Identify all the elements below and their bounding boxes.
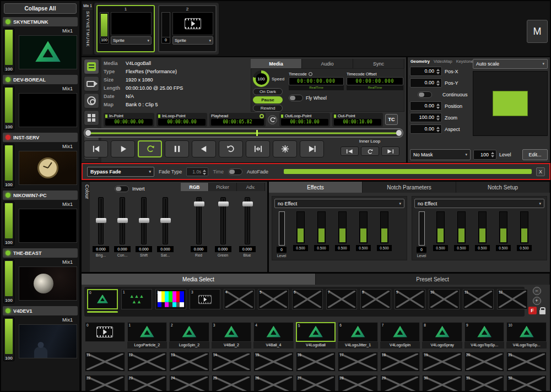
tc-button[interactable]: TC — [385, 114, 398, 125]
master-button[interactable]: M — [527, 20, 548, 43]
machine-entry[interactable]: THE-BEAST 100 Mix1 — [3, 248, 78, 303]
stepper-arrows-icon[interactable] — [202, 169, 207, 176]
clip-thumbnail[interactable]: 25 — [212, 375, 252, 391]
in-point[interactable]: In-Point 00:00:00.00 — [104, 113, 154, 127]
clip-thumbnail[interactable]: 7 — [380, 322, 420, 342]
rgb-slider[interactable]: 0.000 Red — [191, 197, 207, 257]
outloop-point[interactable]: OutLoop-Point 00:00:10.00 — [279, 113, 330, 127]
clip-thumbnail[interactable]: 2 — [169, 322, 209, 342]
media-clip[interactable]: 10 V4LogoTopSp... — [506, 322, 547, 349]
geometry-tab[interactable]: Keystone — [456, 59, 473, 64]
mix-preview-thumbnail[interactable] — [19, 209, 77, 243]
random-frame-button[interactable] — [273, 140, 297, 157]
rgb-tab[interactable]: RGB — [181, 183, 209, 191]
mask-level-stepper[interactable]: 100 — [473, 150, 496, 160]
effect-param-fader[interactable]: 0.500 — [314, 211, 329, 251]
clip-thumbnail[interactable]: 18 — [380, 352, 420, 372]
effects-tab[interactable]: Effects — [269, 182, 363, 193]
stepper-arrows-icon[interactable] — [436, 80, 440, 86]
effect-level-fader[interactable]: 0 Level — [274, 211, 289, 258]
slider-thumb[interactable] — [160, 218, 171, 223]
mask-edit-button[interactable]: Edit... — [522, 149, 548, 160]
machine-header[interactable]: DEV-BOREAL — [3, 75, 78, 84]
inner-loop-start-button[interactable] — [341, 146, 359, 156]
clip-thumbnail[interactable]: 9 — [464, 322, 505, 342]
pause-button[interactable] — [165, 140, 189, 157]
media-clip[interactable]: 6 V4LogoJitter_1 — [338, 322, 378, 349]
clip-thumbnail[interactable]: 23 — [127, 375, 168, 391]
machine-entry[interactable]: V4DEV1 100 Mix1 — [3, 306, 78, 361]
stepper-arrows-icon[interactable] — [436, 68, 440, 75]
play-button[interactable] — [111, 140, 135, 157]
playhead[interactable]: Playhead 00:00:05.82 — [209, 113, 266, 127]
fade-time-stepper[interactable]: 1.0s — [186, 167, 208, 176]
clip-thumbnail[interactable]: 12 — [127, 352, 168, 372]
invert-toggle[interactable] — [115, 186, 129, 192]
clip-thumbnail[interactable]: 1 — [127, 322, 168, 342]
clip-thumbnail[interactable]: 17 — [338, 352, 378, 372]
lock-icon[interactable] — [539, 310, 545, 314]
mask-select[interactable]: No Mask▾ — [410, 149, 471, 160]
media-clip[interactable]: 11 — [85, 352, 125, 372]
effect-select[interactable]: no Effect▾ — [274, 199, 404, 208]
collapse-all-button[interactable]: Collapse All — [4, 3, 77, 14]
machine-header[interactable]: SKYNETMUNK — [3, 17, 78, 26]
playback-tab[interactable]: Audio — [302, 59, 353, 68]
media-clip[interactable]: 32 — [506, 375, 547, 391]
effect-param-fader[interactable]: 0.500 — [475, 211, 490, 251]
media-select-tab[interactable]: Media Select — [82, 274, 316, 285]
media-clip[interactable]: 24 — [169, 375, 209, 391]
mix-level-fader[interactable]: 100 — [3, 86, 14, 130]
reset-points-button[interactable] — [268, 115, 277, 124]
layer-preview[interactable] — [172, 12, 213, 35]
media-select-tab[interactable]: Preset Select — [316, 274, 550, 285]
effects-tab[interactable]: Notch Parameters — [363, 182, 456, 193]
flywheel-toggle[interactable] — [289, 95, 303, 101]
slider-thumb[interactable] — [117, 218, 128, 223]
effect-param-fader[interactable]: 0.500 — [356, 211, 371, 251]
media-clip[interactable]: 17 — [338, 352, 378, 372]
mix-level-fader[interactable]: 100 — [3, 202, 14, 246]
param-value-stepper[interactable]: 0.00 — [410, 101, 442, 111]
machine-entry[interactable]: INST-SERV 100 Mix1 — [3, 133, 78, 188]
playback-mode-pill[interactable]: Pause — [253, 96, 283, 104]
playhead-marker[interactable] — [256, 130, 258, 136]
media-clip[interactable]: 29 — [380, 375, 420, 391]
effect-param-fader[interactable]: 0.500 — [454, 211, 469, 251]
clip-thumbnail[interactable]: 16 — [296, 352, 336, 372]
mix-preview-thumbnail[interactable] — [19, 324, 77, 358]
colour-slider[interactable]: 0.000 Brig... — [93, 197, 109, 257]
clip-thumbnail[interactable]: 4 — [253, 322, 294, 342]
mix-level-fader[interactable]: 100 — [3, 28, 14, 72]
clip-thumbnail[interactable]: 22 — [85, 375, 125, 391]
media-clip[interactable]: 16 — [296, 352, 336, 372]
clip-thumbnail[interactable]: 19 — [422, 352, 462, 372]
effect-select[interactable]: no Effect▾ — [414, 199, 544, 208]
bank-tile[interactable]: 6 — [292, 289, 323, 309]
loop-backward-button[interactable] — [219, 140, 243, 157]
bank-tile[interactable]: 0 — [87, 289, 118, 309]
media-clip[interactable]: 14 — [212, 352, 252, 372]
clip-thumbnail[interactable]: 11 — [85, 352, 125, 372]
media-clip[interactable]: 27 — [296, 375, 336, 391]
rail-button[interactable] — [84, 59, 99, 74]
media-clip[interactable]: 21 — [506, 352, 547, 372]
machine-header[interactable]: V4DEV1 — [3, 306, 78, 315]
clip-thumbnail[interactable]: 21 — [506, 352, 547, 372]
speed-dial[interactable]: 100 — [253, 70, 269, 87]
mix-level-fader[interactable]: 100 — [3, 144, 14, 188]
bank-tile[interactable]: 5 — [258, 289, 289, 309]
clip-thumbnail[interactable]: 30 — [422, 375, 462, 391]
geometry-tab[interactable]: Geometry — [410, 59, 430, 64]
playback-mode-pill[interactable]: Rewind — [253, 105, 283, 112]
rgb-slider[interactable]: 0.000 Blue — [239, 197, 256, 257]
play-backward-button[interactable] — [192, 140, 216, 157]
slider-thumb[interactable] — [242, 202, 253, 206]
effect-param-fader[interactable]: 0.500 — [377, 211, 392, 251]
bank-tile[interactable]: 7 — [326, 289, 357, 309]
mix-preview-thumbnail[interactable] — [19, 151, 77, 185]
media-clip[interactable]: 18 — [380, 352, 420, 372]
inner-loop-toggle-button[interactable] — [361, 146, 379, 156]
effect-param-fader[interactable]: 0.500 — [496, 211, 511, 251]
media-clip[interactable]: 9 V4LogoTopSp... — [464, 322, 505, 349]
